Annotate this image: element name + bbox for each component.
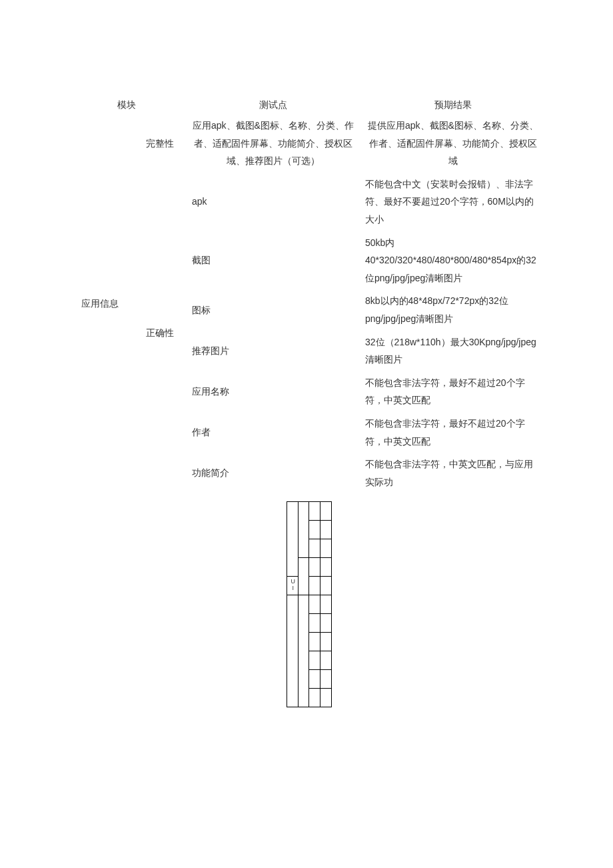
ct-c3-5: 叫法 xyxy=(309,595,320,614)
header-test-point: 测试点 xyxy=(187,97,360,114)
ct-c4-5: 无此 xyxy=(320,595,332,614)
correctness-expect-3: 32位（218w*110h）最大30Kpng/jpg/jpeg清晰图片 xyxy=(360,331,546,371)
ct-c3-6: 手 xyxy=(309,614,320,633)
header-row: 模块 测试点 预期结果 xyxy=(67,97,546,114)
ct-c3-8: 后召 xyxy=(309,651,320,670)
ct-c3-1: 直属 xyxy=(309,521,320,539)
correctness-test-1: 截图 xyxy=(187,231,360,290)
integrity-expect: 提供应用apk、截图&图标、名称、分类、作者、适配固件屏幕、功能简介、授权区域 xyxy=(360,114,546,173)
ct-c3-4 xyxy=(309,577,320,595)
ct-row: UI 易 xyxy=(287,577,332,595)
ct-row: 应用信息 叫法 无此 xyxy=(287,595,332,614)
ct-c4-3: 金相易 xyxy=(320,558,332,577)
table-row: 正确性 apk 不能包含中文（安装时会报错）、非法字符、最好不要超过20个字符，… xyxy=(67,173,546,231)
correctness-expect-6: 不能包含非法字符，中英文匹配，与应用实际功 xyxy=(360,453,546,493)
correctness-expect-0: 不能包含中文（安装时会报错）、非法字符、最好不要超过20个字符，60M以内的大小 xyxy=(360,173,546,231)
correctness-test-4: 应用名称 xyxy=(187,371,360,412)
spec-table: 模块 测试点 预期结果 应用信息 完整性 应用apk、截图&图标、名称、分类、作… xyxy=(67,97,546,493)
ct-c4-10: 坐难双 xyxy=(320,689,332,707)
ct-c4-2: 相符 xyxy=(320,539,332,558)
ct-group-b: UI xyxy=(287,577,299,595)
ct-c4-0: 金相同 xyxy=(320,502,332,521)
module-cell: 应用信息 xyxy=(67,114,133,493)
ct-group-a: 本信息对比 xyxy=(287,502,299,577)
correctness-test-3: 推荐图片 xyxy=(187,331,360,371)
ct-c4-6: 无已 xyxy=(320,614,332,633)
ct-c3-9: 片右 xyxy=(309,670,320,689)
ct-c3-3: 位置 xyxy=(309,558,320,577)
correctness-expect-5: 不能包含非法字符，最好不超过20个字符，中英文匹配 xyxy=(360,412,546,453)
correctness-test-0: apk xyxy=(187,173,360,231)
ct-c4-9: 坐无 xyxy=(320,670,332,689)
ct-group-c: 应用信息 xyxy=(287,595,299,707)
correctness-test-6: 功能简介 xyxy=(187,453,360,493)
ct-c4-7: 不难 xyxy=(320,633,332,651)
sub-integrity: 完整性 xyxy=(133,114,187,173)
correctness-test-2: 图标 xyxy=(187,289,360,330)
header-module: 模块 xyxy=(67,97,187,114)
ct-row: 本信息对比 金 应用 金相同 xyxy=(287,502,332,521)
ct-c3-2: 图标 xyxy=(309,539,320,558)
ct-c4-8: 无难 xyxy=(320,651,332,670)
table-row: 应用信息 完整性 应用apk、截图&图标、名称、分类、作者、适配固件屏幕、功能简… xyxy=(67,114,546,173)
integrity-test: 应用apk、截图&图标、名称、分类、作者、适配固件屏幕、功能简介、授权区域、推荐… xyxy=(187,114,360,173)
correctness-expect-2: 8kb以内的48*48px/72*72px的32位png/jpg/jpeg清晰图… xyxy=(360,289,546,330)
sub-correctness: 正确性 xyxy=(133,173,187,494)
ct-c3-0: 应用 xyxy=(309,502,320,521)
ct-c4-1: 相同 xyxy=(320,521,332,539)
compressed-table-wrapper: 本信息对比 金 应用 金相同 直属 相同 图标 相符 自动 位置 金相易 UI xyxy=(287,501,546,707)
correctness-expect-1: 50kb内40*320/320*480/480*800/480*854px的32… xyxy=(360,231,546,290)
ct-c2-5 xyxy=(298,595,309,707)
ct-c2-0: 金 xyxy=(298,502,309,558)
ct-c4-4: 易 xyxy=(320,577,332,595)
correctness-expect-4: 不能包含非法字符，最好不超过20个字符，中英文匹配 xyxy=(360,371,546,412)
ct-c3-7: 图召 xyxy=(309,633,320,651)
ct-c3-10: 言末 xyxy=(309,689,320,707)
compressed-table: 本信息对比 金 应用 金相同 直属 相同 图标 相符 自动 位置 金相易 UI xyxy=(287,501,332,707)
header-expected: 预期结果 xyxy=(360,97,546,114)
correctness-test-5: 作者 xyxy=(187,412,360,453)
ct-c2-3: 自动 xyxy=(298,558,309,595)
